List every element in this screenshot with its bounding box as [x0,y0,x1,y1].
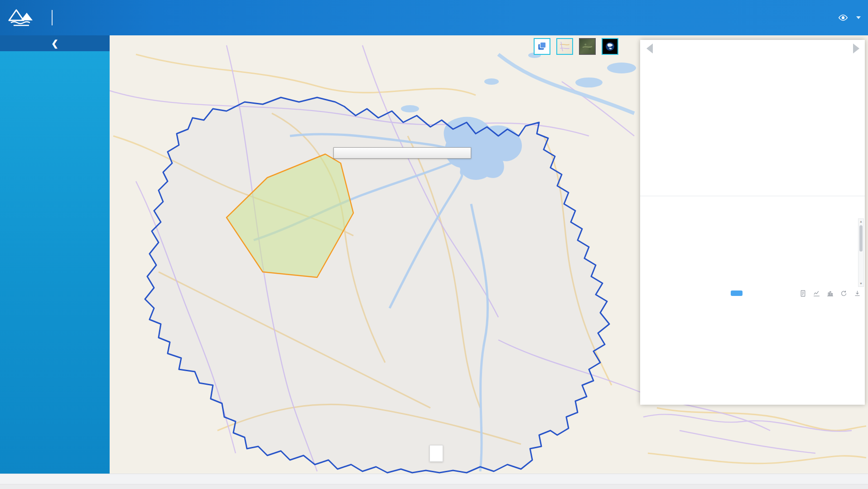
layers-icon [536,41,548,52]
app-root: ❮ ▲ ▼ [0,0,868,489]
sidebar-collapse-button[interactable]: ❮ [0,35,110,51]
app-logo-icon [7,6,36,29]
street-basemap-button[interactable] [556,38,573,55]
scroll-up-icon[interactable]: ▲ [858,219,863,224]
statistics-panel: ▲ ▼ [640,40,865,405]
download-icon[interactable] [854,290,861,297]
sub-tabs [640,179,865,196]
chart-toolbar [799,290,861,297]
user-menu[interactable] [838,0,861,35]
refresh-icon[interactable] [840,290,848,297]
header-divider [52,10,53,25]
layer-switcher [534,38,618,55]
scroll-down-icon[interactable]: ▼ [858,281,863,286]
legend-swatch [731,290,743,296]
eye-icon [838,13,848,23]
region-selects [640,60,865,73]
survey-points-bar-chart [640,303,865,405]
year-next-button[interactable] [853,44,859,53]
measure-result-tooltip [333,147,471,159]
line-chart-icon[interactable] [813,290,820,297]
chart-legend [731,290,746,296]
satellite-basemap-button[interactable] [579,38,596,55]
sidebar: ❮ [0,35,110,474]
map-toolbar [429,445,443,462]
year-prev-button[interactable] [646,44,653,53]
scrollbar-thumb[interactable] [859,225,863,252]
stats-table-wrap [640,201,863,287]
year-selector [640,40,865,58]
table-scrollbar[interactable]: ▲ ▼ [858,218,864,287]
globe-basemap-button[interactable] [602,38,618,55]
layers-toggle-button[interactable] [534,38,550,55]
globe-basemap-thumbnail [604,41,616,52]
chevron-down-icon [856,16,861,19]
satellite-basemap-thumbnail [582,41,593,52]
app-header [0,0,868,35]
chart-header [640,288,865,300]
bottom-bar [0,474,868,489]
data-view-icon[interactable] [799,290,807,297]
bar-chart-icon[interactable] [826,290,834,297]
collapse-left-icon: ❮ [51,39,58,48]
street-basemap-thumbnail [559,41,570,52]
stat-tabs [640,77,865,93]
